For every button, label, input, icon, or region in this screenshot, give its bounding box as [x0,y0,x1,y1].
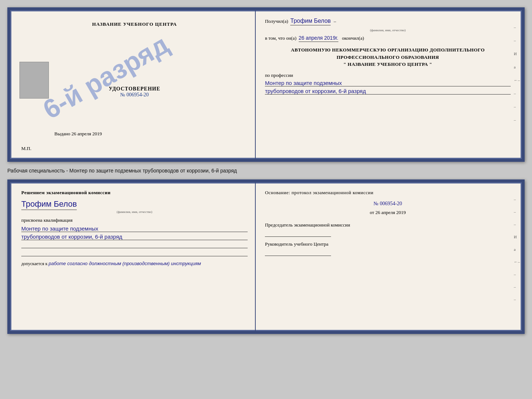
section-title: Решением экзаменационной комиссии [21,190,248,196]
stamp-text: 6-й разряд [38,29,174,125]
bottom-document: Решением экзаменационной комиссии Трофим… [7,179,525,334]
br-mark-dash-3: – [514,222,520,227]
mark-a: а [514,65,520,69]
photo-placeholder [19,62,49,99]
in-that-line: в том, что он(а) 26 апреля 2019г. окончи… [265,35,511,42]
mp-label: М.П. [21,146,31,152]
center-name-line: " НАЗВАНИЕ УЧЕБНОГО ЦЕНТРА " [265,61,511,68]
br-mark-i: И [514,235,520,239]
br-mark-arrow: ←– [514,260,520,264]
mark-dash-1: – [514,25,520,29]
dash1: – [334,18,336,24]
bottom-profession-line1: Монтер по защите подземных [21,225,248,232]
middle-text: Рабочая специальность - Монтер по защите… [7,166,525,175]
cert-right-panel: Получил(а) Трофим Белов – (фамилия, имя,… [256,10,522,159]
допускается-value: работе согласно должностным (производств… [48,261,201,266]
protocol-date: от 26 апреля 2019 [265,210,511,215]
bottom-right-panel: Основание: протокол экзаменационной коми… [256,182,522,331]
quote-close: " [429,61,432,67]
assigned-label: присвоена квалификация [21,217,248,223]
bottom-profession-line2: трубопроводов от коррозии, 6-й разряд [21,234,248,240]
top-document: НАЗВАНИЕ УЧЕБНОГО ЦЕНТРА 6-й разряд УДОС… [7,7,525,162]
bottom-left-panel: Решением экзаменационной комиссии Трофим… [10,182,256,331]
mark-dash-2: – [514,38,520,43]
cert-udostoverenie: УДОСТОВЕРЕНИЕ [109,86,160,92]
rukovoditel-label: Руководитель учебного Центра [265,241,511,247]
mark-i: И [514,51,520,56]
predsedatel-label: Председатель экзаменационной комиссии [265,222,511,228]
допускается-label: допускается к [21,261,47,266]
right-side-marks: – – И а ←– – – – [514,25,520,122]
protocol-date-value: 26 апреля 2019 [375,210,406,215]
bottom-right-side-marks: – – – И а ←– – – – [514,197,520,302]
cert-number-area: УДОСТОВЕРЕНИЕ № 006954-20 [109,86,160,98]
profession-label: по профессии [265,72,511,78]
br-mark-dash-2: – [514,210,520,214]
osnov-label: Основание: протокол экзаменационной коми… [265,190,511,196]
br-mark-dash-4: – [514,272,520,277]
mark-dash-3: – [514,91,520,96]
cert-title: НАЗВАНИЕ УЧЕБНОГО ЦЕНТРА [92,21,177,27]
rukovoditel-signature-line [265,249,331,256]
finished-label: окончил(а) [342,35,364,41]
br-mark-dash-5: – [514,285,520,289]
blank-line-2 [21,250,248,256]
in-that-label: в том, что он(а) [265,35,296,41]
received-label: Получил(а) [265,18,288,24]
br-mark-a: а [514,247,520,252]
person-name-sub-bottom: (фамилия, имя, отчество) [21,210,248,214]
org-text: АВТОНОМНУЮ НЕКОММЕРЧЕСКУЮ ОРГАНИЗАЦИЮ ДО… [265,46,511,61]
cert-issued-label: Выдано [54,131,70,136]
quote-open: " [344,61,346,67]
date-prefix: от [370,210,374,215]
person-name: Трофим Белов [290,18,331,25]
cert-number: № 006954-20 [109,92,160,98]
допускается-line: допускается к работе согласно должностны… [21,261,248,267]
center-name: НАЗВАНИЕ УЧЕБНОГО ЦЕНТРА [348,61,428,67]
person-name-hw: Трофим Белов [21,199,77,210]
mark-dash-5: – [514,118,520,122]
cert-left-panel: НАЗВАНИЕ УЧЕБНОГО ЦЕНТРА 6-й разряд УДОС… [10,10,256,159]
br-mark-dash-6: – [514,297,520,302]
br-mark-dash-1: – [514,197,520,202]
profession-line1: Монтер по защите подземных [265,80,511,86]
person-name-sub: (фамилия, имя, отчество) [265,28,511,32]
mark-dash-4: – [514,104,520,109]
date-value: 26 апреля 2019г. [299,35,338,42]
person-name-hw-wrapper: Трофим Белов [21,199,248,210]
page-container: НАЗВАНИЕ УЧЕБНОГО ЦЕНТРА 6-й разряд УДОС… [7,7,525,334]
profession-line2: трубопроводов от коррозии, 6-й разряд [265,88,511,95]
cert-issued: Выдано 26 апреля 2019 [54,131,102,137]
blank-line-1 [21,242,248,248]
org-name-block: АВТОНОМНУЮ НЕКОММЕРЧЕСКУЮ ОРГАНИЗАЦИЮ ДО… [265,46,511,68]
cert-issued-date: 26 апреля 2019 [72,131,102,136]
mark-arrow: ←– [514,78,520,82]
protocol-number: № 006954-20 [265,201,511,207]
predsedatel-signature-line [265,229,331,237]
received-line: Получил(а) Трофим Белов – [265,18,511,25]
